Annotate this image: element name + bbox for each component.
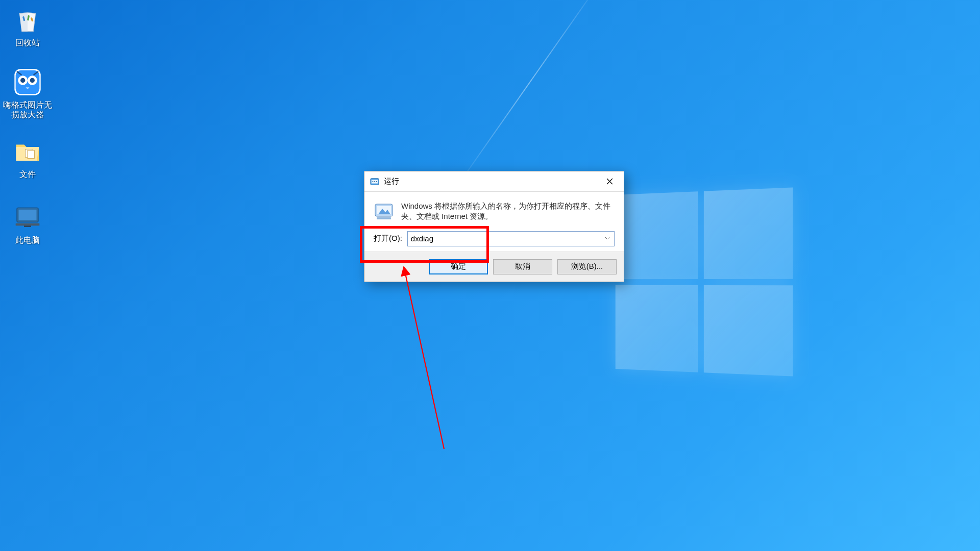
ok-button[interactable]: 确定 bbox=[429, 259, 488, 274]
open-label: 打开(O): bbox=[374, 234, 402, 243]
owl-app-icon bbox=[12, 66, 43, 98]
open-input[interactable] bbox=[407, 231, 615, 246]
desktop-icon-label: 文件 bbox=[19, 169, 36, 179]
windows-logo-backdrop bbox=[616, 187, 793, 376]
svg-rect-10 bbox=[28, 151, 35, 159]
desktop-icon-recycle-bin[interactable]: 回收站 bbox=[3, 4, 52, 47]
run-dialog-icon bbox=[370, 177, 380, 187]
this-pc-icon bbox=[12, 202, 43, 233]
svg-rect-14 bbox=[24, 226, 31, 227]
desktop-icon-this-pc[interactable]: 此电脑 bbox=[3, 202, 52, 245]
run-body-icon bbox=[374, 201, 394, 221]
desktop-icon-app[interactable]: 嗨格式图片无损放大器 bbox=[3, 66, 52, 119]
svg-point-17 bbox=[372, 181, 373, 182]
svg-point-8 bbox=[30, 78, 35, 83]
svg-line-23 bbox=[405, 273, 444, 449]
svg-point-18 bbox=[374, 181, 375, 182]
folder-icon bbox=[12, 136, 43, 167]
dialog-titlebar[interactable]: 运行 bbox=[364, 171, 624, 192]
desktop-icon-folder[interactable]: 文件 bbox=[3, 136, 52, 179]
desktop-icon-label: 嗨格式图片无损放大器 bbox=[3, 100, 52, 119]
desktop-icon-label: 此电脑 bbox=[15, 235, 40, 245]
run-dialog: 运行 Windows 将根据你所输入的名称，为你打开相应的程序、文件夹、文档或 … bbox=[364, 171, 624, 282]
svg-rect-22 bbox=[377, 217, 391, 219]
dialog-title: 运行 bbox=[384, 177, 595, 186]
desktop-icon-label: 回收站 bbox=[15, 38, 40, 47]
open-combobox[interactable] bbox=[407, 231, 615, 246]
recycle-bin-icon bbox=[12, 4, 43, 36]
browse-button[interactable]: 浏览(B)... bbox=[557, 259, 617, 274]
close-icon bbox=[606, 178, 613, 185]
cancel-button[interactable]: 取消 bbox=[493, 259, 552, 274]
svg-rect-13 bbox=[16, 223, 40, 226]
dialog-description: Windows 将根据你所输入的名称，为你打开相应的程序、文件夹、文档或 Int… bbox=[401, 201, 615, 222]
svg-point-7 bbox=[20, 78, 25, 83]
close-button[interactable] bbox=[595, 171, 624, 192]
svg-point-19 bbox=[376, 181, 377, 182]
svg-rect-12 bbox=[19, 210, 37, 220]
